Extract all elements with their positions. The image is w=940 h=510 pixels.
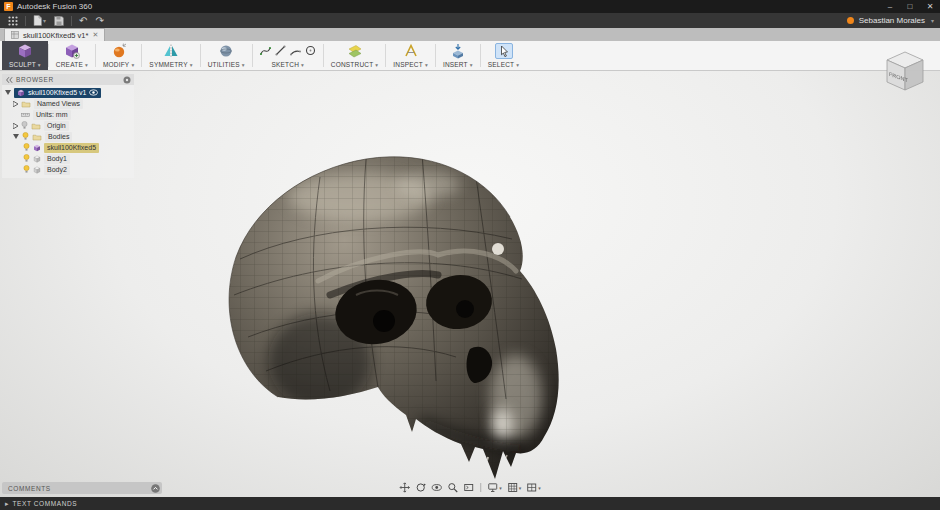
chevron-down-icon: ▾ xyxy=(131,62,134,68)
minimize-button[interactable]: – xyxy=(880,0,900,13)
body-icon xyxy=(33,155,41,163)
chevron-down-icon: ▾ xyxy=(516,62,519,68)
text-commands-label[interactable]: TEXT COMMANDS xyxy=(13,500,78,507)
skull-model[interactable] xyxy=(170,99,570,479)
ribbon-group-modify[interactable]: MODIFY▾ xyxy=(96,41,141,70)
browser-item-document-root[interactable]: skull100Kfixed5 v1 xyxy=(2,87,134,98)
ribbon-group-label: UTILITIES xyxy=(208,61,240,68)
utilities-icon xyxy=(218,43,234,60)
collapse-panel-icon[interactable] xyxy=(5,76,13,84)
browser-item-body2[interactable]: Body2 xyxy=(2,164,134,175)
arc-tool-icon[interactable] xyxy=(290,45,301,58)
browser-item-units[interactable]: Units: mm xyxy=(2,109,134,120)
save-button[interactable] xyxy=(50,14,68,27)
visibility-bulb-icon[interactable] xyxy=(21,121,28,130)
close-button[interactable]: ✕ xyxy=(920,0,940,13)
ribbon-group-construct[interactable]: CONSTRUCT▾ xyxy=(324,41,386,70)
browser-item-origin[interactable]: Origin xyxy=(2,120,134,131)
browser-item-body1[interactable]: Body1 xyxy=(2,153,134,164)
document-icon xyxy=(11,31,19,39)
browser-item-label: Units: mm xyxy=(33,110,71,120)
comments-expand-icon[interactable] xyxy=(151,484,160,493)
status-chevron-icon[interactable]: ▸ xyxy=(5,500,9,508)
viewports-icon[interactable]: ▾ xyxy=(525,481,542,494)
folder-icon xyxy=(21,100,31,108)
browser-item-named-views[interactable]: Named Views xyxy=(2,98,134,109)
browser-item-label: Body1 xyxy=(44,154,70,164)
spline-tool-icon[interactable] xyxy=(260,45,271,58)
fit-icon[interactable] xyxy=(462,481,475,494)
browser-tree: skull100Kfixed5 v1 Named Views Units: mm xyxy=(2,85,134,178)
browser-header: BROWSER xyxy=(2,74,134,85)
zoom-icon[interactable] xyxy=(446,481,459,494)
visibility-bulb-icon[interactable] xyxy=(23,154,30,163)
symmetry-icon xyxy=(163,43,179,60)
visibility-bulb-icon[interactable] xyxy=(23,143,30,152)
navbar-separator xyxy=(480,483,481,492)
ribbon-group-insert[interactable]: INSERT▾ xyxy=(436,41,480,70)
file-menu-button[interactable]: ▾ xyxy=(29,14,50,27)
document-tab[interactable]: skull100Kfixed5 v1* ✕ xyxy=(4,28,105,41)
construct-icon xyxy=(347,43,363,60)
inspect-icon xyxy=(403,43,419,60)
ribbon-group-label: CREATE xyxy=(56,61,83,68)
browser-item-label: Origin xyxy=(44,121,69,131)
ribbon-group-sculpt[interactable]: SCULPT▾ xyxy=(2,41,48,70)
chevron-down-icon: ▾ xyxy=(375,62,378,68)
comments-bar[interactable]: COMMENTS xyxy=(2,482,162,494)
chevron-down-icon: ▾ xyxy=(43,16,46,26)
notification-icon[interactable] xyxy=(847,17,854,24)
title-bar: F Autodesk Fusion 360 – □ ✕ xyxy=(0,0,940,13)
eye-icon[interactable] xyxy=(89,89,98,96)
expand-caret-icon[interactable] xyxy=(5,90,11,95)
ribbon-group-select[interactable]: SELECT▾ xyxy=(481,41,526,70)
undo-button[interactable]: ↶ xyxy=(75,14,91,27)
ribbon-group-label: SELECT xyxy=(488,61,515,68)
browser-item-label: Body2 xyxy=(44,165,70,175)
visibility-bulb-icon[interactable] xyxy=(23,165,30,174)
circle-tool-icon[interactable] xyxy=(305,45,316,58)
pan-icon[interactable] xyxy=(398,481,411,494)
line-tool-icon[interactable] xyxy=(275,45,286,58)
chevron-down-icon: ▾ xyxy=(499,485,502,491)
chevron-down-icon: ▾ xyxy=(301,62,304,68)
ribbon-group-label: SCULPT xyxy=(9,61,36,68)
grid-settings-icon[interactable]: ▾ xyxy=(506,481,523,494)
ribbon-group-utilities[interactable]: UTILITIES▾ xyxy=(201,41,252,70)
chevron-down-icon: ▾ xyxy=(425,62,428,68)
modify-icon xyxy=(111,43,127,60)
chevron-down-icon: ▾ xyxy=(85,62,88,68)
document-tab-bar: skull100Kfixed5 v1* ✕ xyxy=(0,28,940,41)
ribbon-group-create[interactable]: CREATE▾ xyxy=(49,41,95,70)
ribbon-group-symmetry[interactable]: SYMMETRY▾ xyxy=(142,41,199,70)
browser-options-icon[interactable] xyxy=(123,76,131,84)
view-cube[interactable]: FRONT xyxy=(878,44,932,98)
redo-button[interactable]: ↷ xyxy=(91,14,107,27)
viewport-canvas[interactable]: BROWSER skull100Kfixed5 v1 Named Views xyxy=(0,71,940,497)
select-cursor-icon xyxy=(498,45,510,57)
display-settings-icon[interactable]: ▾ xyxy=(486,481,503,494)
chevron-down-icon[interactable]: ▾ xyxy=(931,17,934,24)
create-icon xyxy=(64,43,80,60)
maximize-button[interactable]: □ xyxy=(900,0,920,13)
browser-item-body-skull[interactable]: skull100Kfixed5 xyxy=(2,142,134,153)
folder-icon xyxy=(32,133,42,141)
browser-item-label: Bodies xyxy=(45,132,72,142)
browser-item-label: skull100Kfixed5 xyxy=(44,143,99,153)
browser-item-label: Named Views xyxy=(34,99,83,109)
collapsed-caret-icon[interactable] xyxy=(13,101,18,107)
ribbon-group-inspect[interactable]: INSPECT▾ xyxy=(386,41,435,70)
app-grid-icon[interactable] xyxy=(4,14,22,27)
expand-caret-icon[interactable] xyxy=(13,134,19,139)
ribbon-group-sketch[interactable]: SKETCH▾ xyxy=(253,41,323,70)
chevron-down-icon: ▾ xyxy=(242,62,245,68)
chevron-down-icon: ▾ xyxy=(38,62,41,68)
browser-item-bodies[interactable]: Bodies xyxy=(2,131,134,142)
visibility-bulb-icon[interactable] xyxy=(22,132,29,141)
collapsed-caret-icon[interactable] xyxy=(13,123,18,129)
user-account-button[interactable]: Sebastian Morales xyxy=(859,16,925,25)
tab-close-icon[interactable]: ✕ xyxy=(92,31,98,39)
app-toolbar: ▾ ↶ ↷ Sebastian Morales ▾ xyxy=(0,13,940,28)
orbit-icon[interactable] xyxy=(414,481,427,494)
look-at-icon[interactable] xyxy=(430,481,443,494)
